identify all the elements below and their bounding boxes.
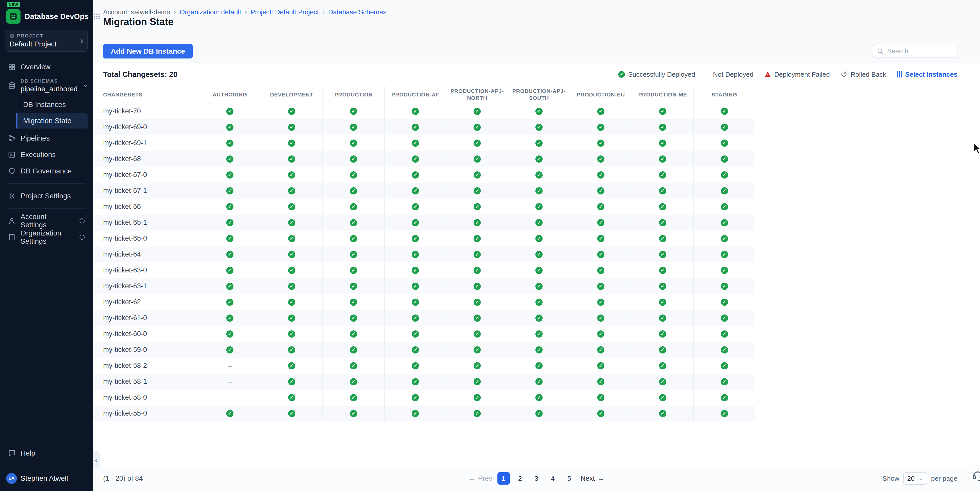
breadcrumb-separator: › (323, 8, 325, 16)
sidebar-item-help[interactable]: Help (3, 445, 89, 461)
legend-warning: !Deployment Failed (764, 70, 830, 78)
page-button-3[interactable]: 3 (530, 472, 542, 485)
arrow-right-icon: → (598, 475, 605, 483)
breadcrumb-account[interactable]: Account: satwell-demo (103, 8, 170, 16)
sidebar-item-pipelines[interactable]: Pipelines (3, 130, 89, 146)
sidebar-item-executions[interactable]: Executions (3, 146, 89, 163)
status-deployed-icon: ✓ (446, 151, 508, 167)
status-deployed-icon: ✓ (323, 262, 384, 278)
status-deployed-icon: ✓ (446, 199, 508, 215)
status-deployed-icon: ✓ (199, 215, 261, 230)
breadcrumb-database-schemas[interactable]: Database Schemas (328, 8, 387, 16)
add-db-instance-button[interactable]: Add New DB Instance (103, 44, 192, 59)
legend-rollback: ↺Rolled Back (841, 70, 886, 78)
status-deployed-icon: ✓ (323, 103, 384, 119)
page-size-select[interactable]: 20 ⌄ (903, 472, 927, 485)
sidebar-item-project-settings[interactable]: Project Settings (3, 188, 89, 204)
next-page-button[interactable]: Next → (581, 475, 605, 483)
status-deployed-icon: ✓ (323, 246, 384, 262)
table-row: my-ticket-55-0✓✓✓✓✓✓✓✓✓ (93, 405, 755, 421)
nav-label-migration-state: Migration State (23, 117, 71, 125)
nav-label-help: Help (21, 449, 35, 458)
status-deployed-icon: ✓ (199, 326, 261, 342)
status-deployed-icon: ✓ (384, 374, 446, 390)
status-deployed-icon: ✓ (694, 103, 755, 119)
sidebar-item-db-schemas[interactable]: DB SCHEMAS pipeline_authored (3, 75, 89, 96)
table-row: my-ticket-66✓✓✓✓✓✓✓✓✓ (93, 199, 755, 215)
column-header-production-me: PRODUCTION-ME (632, 86, 694, 103)
info-icon (79, 218, 85, 224)
sidebar-divider (7, 183, 86, 184)
status-deployed-icon: ✓ (261, 246, 323, 262)
status-deployed-icon: ✓ (632, 358, 694, 374)
status-deployed-icon: ✓ (694, 390, 755, 405)
status-deployed-icon: ✓ (384, 199, 446, 215)
page-button-5[interactable]: 5 (563, 472, 576, 485)
status-deployed-icon: ✓ (508, 199, 570, 215)
avatar: SA (6, 473, 17, 484)
nav-label-project-settings: Project Settings (21, 192, 71, 200)
status-deployed-icon: ✓ (199, 151, 261, 167)
sidebar-item-overview[interactable]: Overview (3, 59, 89, 75)
changeset-name: my-ticket-67-1 (93, 183, 199, 199)
support-headset-icon[interactable] (972, 469, 980, 482)
nav-label-pipelines: Pipelines (21, 134, 50, 142)
search-input[interactable] (887, 47, 953, 56)
status-deployed-icon: ✓ (323, 183, 384, 199)
sidebar-item-organization-settings[interactable]: Organization Settings (3, 229, 89, 246)
status-deployed-icon: ✓ (261, 230, 323, 246)
chevron-down-icon (82, 83, 89, 89)
changeset-name: my-ticket-67-0 (93, 167, 199, 183)
search-icon (877, 48, 883, 54)
status-not-deployed: – (199, 374, 261, 390)
apps-grid-icon[interactable] (93, 13, 100, 20)
status-deployed-icon: ✓ (508, 135, 570, 151)
status-deployed-icon: ✓ (570, 135, 632, 151)
status-deployed-icon: ✓ (446, 294, 508, 310)
gear-icon (8, 192, 16, 200)
status-deployed-icon: ✓ (632, 262, 694, 278)
status-deployed-icon: ✓ (694, 246, 755, 262)
table-row: my-ticket-59-0✓✓✓✓✓✓✓✓✓ (93, 342, 755, 358)
sidebar-item-migration-state[interactable]: Migration State (16, 113, 88, 129)
sidebar-nav: Overview DB SCHEMAS pipeline_authored DB… (0, 57, 93, 246)
prev-page-button[interactable]: ← Prev (468, 475, 492, 483)
user-menu[interactable]: SA Stephen Atwell (3, 470, 89, 487)
status-deployed-icon: ✓ (508, 103, 570, 119)
status-deployed-icon: ✓ (446, 183, 508, 199)
changeset-name: my-ticket-70 (93, 103, 199, 119)
status-deployed-icon: ✓ (508, 246, 570, 262)
changeset-name: my-ticket-65-1 (93, 215, 199, 230)
schemas-group-label: DB SCHEMAS (21, 78, 78, 84)
status-deployed-icon: ✓ (632, 167, 694, 183)
sidebar-item-account-settings[interactable]: Account Settings (3, 213, 89, 229)
breadcrumb-organization[interactable]: Organization: default (180, 8, 241, 16)
page-button-4[interactable]: 4 (547, 472, 559, 485)
status-deployed-icon: ✓ (508, 390, 570, 405)
sidebar-item-db-governance[interactable]: DB Governance (3, 163, 89, 179)
breadcrumb-project[interactable]: Project: Default Project (251, 8, 319, 16)
status-deployed-icon: ✓ (508, 215, 570, 230)
changeset-name: my-ticket-58-1 (93, 374, 199, 390)
status-deployed-icon: ✓ (632, 294, 694, 310)
sidebar-collapse-button[interactable]: ‹ (93, 451, 100, 469)
page-button-1[interactable]: 1 (498, 472, 510, 485)
status-deployed-icon: ✓ (323, 342, 384, 358)
status-deployed-icon: ✓ (632, 278, 694, 294)
search-box[interactable] (873, 44, 958, 57)
select-instances-button[interactable]: Select Instances (897, 70, 958, 78)
status-deployed-icon: ✓ (261, 135, 323, 151)
status-deployed-icon: ✓ (570, 342, 632, 358)
project-selector[interactable]: PROJECT Default Project › (5, 30, 88, 52)
table-row: my-ticket-58-1–✓✓✓✓✓✓✓✓ (93, 374, 755, 390)
status-deployed-icon: ✓ (632, 310, 694, 326)
status-deployed-icon: ✓ (261, 310, 323, 326)
status-deployed-icon: ✓ (694, 342, 755, 358)
page-button-2[interactable]: 2 (514, 472, 526, 485)
table-row: my-ticket-58-2–✓✓✓✓✓✓✓✓ (93, 358, 755, 374)
status-deployed-icon: ✓ (199, 135, 261, 151)
sidebar-header: NEW Database DevOps (0, 0, 93, 27)
status-deployed-icon: ✓ (323, 310, 384, 326)
sidebar-item-db-instances[interactable]: DB Instances (16, 97, 88, 112)
status-deployed-icon: ✓ (261, 278, 323, 294)
